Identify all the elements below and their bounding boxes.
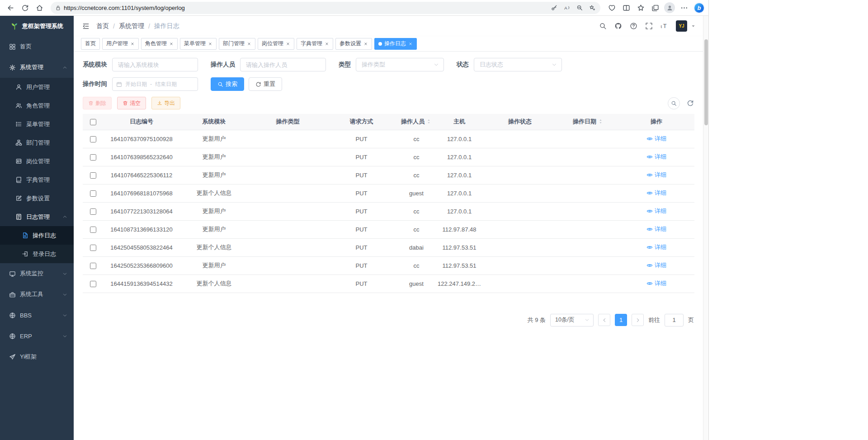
detail-link[interactable]: 详细 [646, 225, 666, 233]
app-logo[interactable]: 意框架管理系统 [0, 16, 74, 36]
close-icon[interactable] [363, 42, 368, 46]
key-icon[interactable] [548, 1, 561, 14]
sidebar-item-13[interactable]: 系统工具 [0, 284, 74, 305]
user-avatar[interactable]: YJ [676, 20, 687, 32]
sidebar-item-5[interactable]: 部门管理 [0, 133, 74, 152]
status-select[interactable]: 日志状态 [474, 58, 562, 71]
search-button[interactable]: 搜索 [211, 77, 244, 91]
sidebar-item-10[interactable]: 操作日志 [0, 226, 74, 245]
sidebar-item-1[interactable]: 系统管理 [0, 57, 74, 78]
row-checkbox[interactable] [90, 245, 96, 251]
close-icon[interactable] [247, 42, 251, 46]
tab-5[interactable]: 岗位管理 [258, 38, 294, 50]
close-icon[interactable] [208, 42, 212, 46]
tab-4[interactable]: 部门管理 [219, 38, 255, 50]
row-checkbox[interactable] [90, 172, 96, 179]
type-select[interactable]: 操作类型 [356, 58, 444, 71]
refresh-table-icon[interactable] [687, 99, 694, 107]
close-icon[interactable] [130, 42, 135, 46]
close-icon[interactable] [286, 42, 290, 46]
read-aloud-icon[interactable]: A [561, 1, 573, 14]
tab-0[interactable]: 首页 [81, 38, 100, 50]
sidebar-item-0[interactable]: 首页 [0, 36, 74, 57]
refresh-page-icon[interactable] [18, 1, 32, 14]
profile-avatar[interactable] [663, 1, 676, 14]
page-1-button[interactable]: 1 [615, 314, 627, 326]
row-checkbox[interactable] [90, 227, 96, 233]
sidebar-item-3[interactable]: 角色管理 [0, 96, 74, 115]
sidebar-item-16[interactable]: Yi框架 [0, 346, 74, 367]
fullscreen-icon[interactable] [645, 22, 653, 30]
collections-icon[interactable] [648, 1, 662, 14]
detail-link[interactable]: 详细 [646, 171, 666, 179]
browser-essentials-icon[interactable] [605, 1, 618, 14]
github-icon[interactable] [614, 22, 622, 30]
column-header-5[interactable]: 操作人员 [396, 114, 437, 130]
sidebar-item-15[interactable]: ERP [0, 326, 74, 346]
sidebar-item-11[interactable]: 登录日志 [0, 245, 74, 263]
close-icon[interactable] [408, 42, 413, 46]
page-scrollbar[interactable] [703, 16, 708, 440]
sidebar-item-14[interactable]: BBS [0, 305, 74, 326]
favorites-icon[interactable] [634, 1, 647, 14]
page-size-select[interactable]: 10条/页 [550, 314, 594, 326]
prev-page-button[interactable] [598, 314, 610, 326]
row-checkbox[interactable] [90, 190, 96, 197]
tab-7[interactable]: 参数设置 [335, 38, 372, 50]
back-icon[interactable] [4, 1, 17, 14]
tab-2[interactable]: 角色管理 [141, 38, 178, 50]
detail-link[interactable]: 详细 [646, 153, 666, 161]
goto-page-input[interactable] [665, 314, 684, 326]
sidebar-item-4[interactable]: 菜单管理 [0, 115, 74, 133]
tab-3[interactable]: 菜单管理 [180, 38, 217, 50]
menu-fold-icon[interactable] [78, 19, 94, 34]
reset-button[interactable]: 重置 [249, 77, 282, 91]
sidebar-item-9[interactable]: 日志管理 [0, 208, 74, 226]
export-button[interactable]: 导出 [151, 97, 180, 109]
select-all-checkbox[interactable] [90, 119, 96, 125]
row-checkbox[interactable] [90, 136, 96, 142]
module-input[interactable] [112, 58, 198, 71]
detail-link[interactable]: 详细 [646, 279, 666, 288]
split-screen-icon[interactable] [619, 1, 633, 14]
row-checkbox[interactable] [90, 281, 96, 287]
operator-input[interactable] [240, 58, 326, 71]
tab-6[interactable]: 字典管理 [297, 38, 333, 50]
font-size-icon[interactable]: tT [660, 22, 668, 30]
sort-icon[interactable] [598, 118, 604, 126]
sidebar-item-8[interactable]: 参数设置 [0, 189, 74, 208]
sort-icon[interactable] [426, 118, 432, 126]
date-range-picker[interactable]: 开始日期 - 结束日期 [112, 77, 198, 91]
toggle-search-icon[interactable] [668, 97, 680, 109]
row-checkbox[interactable] [90, 263, 96, 269]
breadcrumb-home[interactable]: 首页 [96, 22, 109, 30]
breadcrumb-system[interactable]: 系统管理 [119, 22, 144, 30]
url-text[interactable]: https://ccnetcore.com:1101/system/log/op… [64, 5, 545, 11]
detail-link[interactable]: 详细 [646, 189, 666, 197]
delete-button[interactable]: 删除 [83, 97, 112, 109]
sidebar-item-6[interactable]: 岗位管理 [0, 152, 74, 170]
detail-link[interactable]: 详细 [646, 207, 666, 215]
row-checkbox[interactable] [90, 154, 96, 161]
detail-link[interactable]: 详细 [646, 243, 666, 251]
detail-link[interactable]: 详细 [646, 261, 666, 270]
close-icon[interactable] [325, 42, 329, 46]
sidebar-item-2[interactable]: 用户管理 [0, 78, 74, 96]
browser-home-icon[interactable] [33, 1, 46, 14]
column-header-8[interactable]: 操作日期 [558, 114, 618, 130]
sidebar-item-7[interactable]: 字典管理 [0, 170, 74, 189]
scrollbar-thumb[interactable] [704, 39, 708, 125]
row-checkbox[interactable] [90, 208, 96, 215]
clear-button[interactable]: 清空 [117, 97, 146, 109]
tab-8[interactable]: 操作日志 [374, 38, 417, 50]
close-icon[interactable] [169, 42, 174, 46]
browser-more-icon[interactable] [677, 1, 691, 14]
help-icon[interactable] [630, 22, 637, 30]
next-page-button[interactable] [632, 314, 644, 326]
tab-1[interactable]: 用户管理 [102, 38, 139, 50]
header-search-icon[interactable] [599, 22, 607, 30]
zoom-out-icon[interactable] [573, 1, 586, 14]
address-bar[interactable]: https://ccnetcore.com:1101/system/log/op… [51, 2, 600, 14]
bing-icon[interactable]: b [693, 2, 705, 14]
detail-link[interactable]: 详细 [646, 135, 666, 143]
